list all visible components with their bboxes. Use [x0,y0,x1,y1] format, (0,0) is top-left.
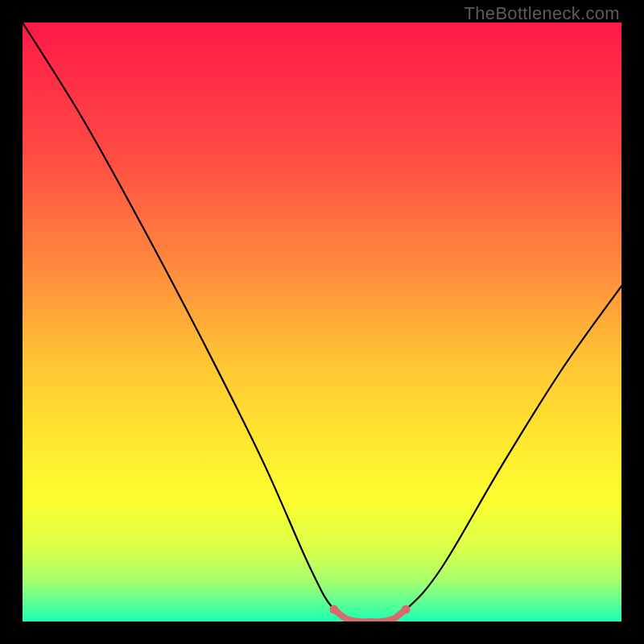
watermark-text: TheBottleneck.com [464,3,620,24]
chart-frame: TheBottleneck.com [0,0,644,644]
svg-rect-0 [23,23,621,621]
gradient-background [23,23,621,621]
plot-area [23,23,621,621]
